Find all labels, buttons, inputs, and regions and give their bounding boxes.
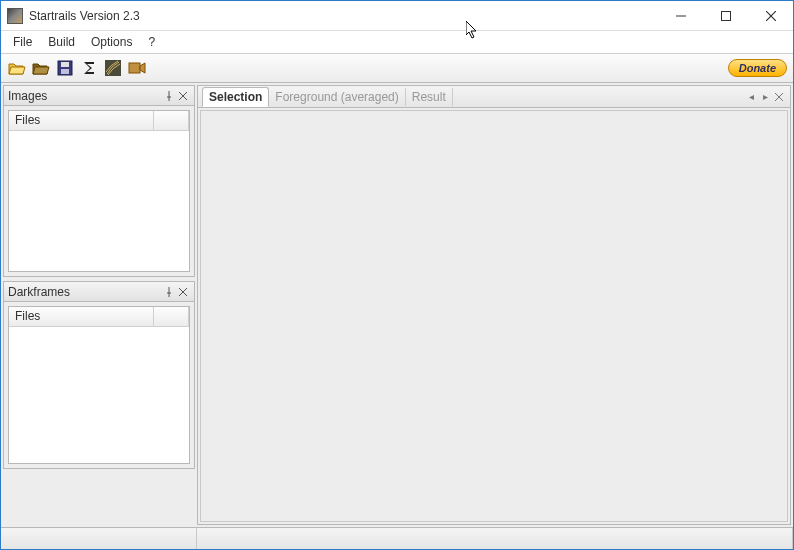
minimize-icon [676, 11, 686, 21]
open-dark-button[interactable] [31, 58, 51, 78]
close-icon [179, 92, 187, 100]
open-images-button[interactable] [7, 58, 27, 78]
average-button[interactable] [79, 58, 99, 78]
panel-close-button[interactable] [176, 89, 190, 103]
tab-selection[interactable]: Selection [202, 87, 269, 107]
darkframes-files-column[interactable]: Files [9, 307, 154, 326]
menu-build[interactable]: Build [40, 33, 83, 51]
titlebar: Startrails Version 2.3 [1, 1, 793, 31]
donate-button[interactable]: Donate [728, 59, 787, 77]
tab-prev-button[interactable]: ◂ [744, 90, 758, 104]
close-icon [179, 288, 187, 296]
left-column: Images Files [1, 83, 197, 527]
tab-result[interactable]: Result [406, 88, 453, 106]
images-list-body[interactable] [9, 131, 189, 271]
content-panel: Selection Foreground (averaged) Result ◂… [197, 85, 791, 525]
video-button[interactable] [127, 58, 147, 78]
open-folder-icon [8, 60, 26, 76]
images-list-header: Files [9, 111, 189, 131]
app-window: Startrails Version 2.3 File Build Option… [0, 0, 794, 550]
tab-next-button[interactable]: ▸ [758, 90, 772, 104]
darkframes-list-body[interactable] [9, 327, 189, 463]
svg-rect-5 [61, 62, 69, 67]
images-file-list: Files [8, 110, 190, 272]
darkframes-panel: Darkframes Files [3, 281, 195, 469]
close-icon [766, 11, 776, 21]
menu-options[interactable]: Options [83, 33, 140, 51]
window-title: Startrails Version 2.3 [29, 9, 140, 23]
svg-rect-6 [61, 69, 69, 74]
right-column: Selection Foreground (averaged) Result ◂… [197, 85, 791, 525]
status-right [197, 528, 793, 549]
menu-help[interactable]: ? [140, 33, 163, 51]
pin-icon[interactable] [162, 89, 176, 103]
open-dark-icon [32, 60, 50, 76]
pushpin-icon [164, 287, 174, 297]
svg-rect-8 [129, 63, 140, 73]
maximize-button[interactable] [703, 1, 748, 30]
save-icon [57, 60, 73, 76]
sigma-icon [81, 60, 97, 76]
save-button[interactable] [55, 58, 75, 78]
images-panel-header: Images [4, 86, 194, 106]
pushpin-icon [164, 91, 174, 101]
svg-rect-1 [721, 11, 730, 20]
menu-file[interactable]: File [5, 33, 40, 51]
images-panel: Images Files [3, 85, 195, 277]
darkframes-file-list: Files [8, 306, 190, 464]
darkframes-panel-title: Darkframes [8, 285, 162, 299]
darkframes-panel-header: Darkframes [4, 282, 194, 302]
video-icon [128, 60, 146, 76]
minimize-button[interactable] [658, 1, 703, 30]
startrails-icon [105, 60, 121, 76]
pin-icon[interactable] [162, 285, 176, 299]
window-controls [658, 1, 793, 30]
panel-close-button[interactable] [176, 285, 190, 299]
tabstrip: Selection Foreground (averaged) Result ◂… [198, 86, 790, 108]
close-icon [775, 93, 783, 101]
startrails-button[interactable] [103, 58, 123, 78]
status-left [1, 528, 197, 549]
darkframes-blank-column[interactable] [154, 307, 189, 326]
app-icon [7, 8, 23, 24]
close-button[interactable] [748, 1, 793, 30]
statusbar [1, 527, 793, 549]
main-area: Images Files [1, 83, 793, 527]
tab-close-button[interactable] [772, 90, 786, 104]
menubar: File Build Options ? [1, 31, 793, 53]
maximize-icon [721, 11, 731, 21]
images-panel-title: Images [8, 89, 162, 103]
darkframes-list-header: Files [9, 307, 189, 327]
images-blank-column[interactable] [154, 111, 189, 130]
toolbar: Donate [1, 53, 793, 83]
tab-foreground[interactable]: Foreground (averaged) [269, 88, 405, 106]
content-pane[interactable] [200, 110, 788, 522]
images-files-column[interactable]: Files [9, 111, 154, 130]
